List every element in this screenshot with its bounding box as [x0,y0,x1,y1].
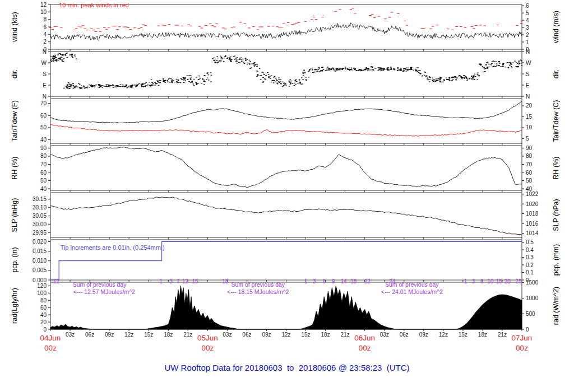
x-major-date: 06Jun [354,334,375,342]
wind-left-axis-label: wind (kts) [11,12,18,42]
rad-cumulative-number: 1 [464,278,467,284]
svg-text:8: 8 [43,16,47,22]
rad-cumulative-number: 1 [160,278,163,284]
x-minor-label: 09z [419,332,428,338]
pcp-left-axis-label: pcp. (in) [11,247,18,272]
svg-text:1000: 1000 [526,295,539,301]
panel-rh: 405060708090405060708090RH (%)RH (%) [11,145,560,192]
svg-text:E: E [43,82,47,88]
svg-text:80: 80 [40,153,47,159]
svg-text:30.00: 30.00 [33,221,47,227]
x-minor-label: 15z [144,332,153,338]
svg-text:1018: 1018 [526,211,539,217]
rad-cumulative-number: 7 [177,278,180,284]
rh-left-axis-label: RH (%) [11,157,18,180]
svg-text:80: 80 [526,153,533,159]
svg-text:0: 0 [43,326,47,333]
svg-text:0.5: 0.5 [526,239,534,245]
x-minor-label: 21z [183,332,192,338]
x-minor-label: 15z [459,332,467,338]
svg-text:30.15: 30.15 [33,196,47,202]
svg-text:N: N [526,49,530,55]
x-minor-label: 15z [301,332,310,338]
rad-cumulative-number: 6 [480,278,484,284]
svg-text:5: 5 [526,136,529,142]
sea-level-pressure [50,197,522,235]
svg-text:60: 60 [40,113,47,119]
x-minor-label: 12z [281,332,290,338]
svg-text:0.020: 0.020 [33,239,47,245]
rh-right-axis-label: RH (%) [552,157,560,180]
rad-cumulative-number: 12 [182,278,189,284]
rad-annotation: <--- 12.57 MJoules/m^2 [73,288,135,295]
figure-title: UW Rooftop Data for 20180603 to 20180606… [0,363,574,372]
svg-text:0.005: 0.005 [33,267,47,273]
slp-left-axis-label: SLP (inHg) [11,198,18,232]
rad-cumulative-number: 10 [487,278,494,284]
svg-text:50: 50 [40,178,47,184]
svg-text:20: 20 [40,319,47,325]
rad-annotation: Sum of previous day [73,281,127,288]
svg-text:30.05: 30.05 [33,213,47,219]
svg-text:60: 60 [40,170,47,176]
svg-text:60: 60 [40,305,47,311]
x-minor-label: 03z [380,332,389,338]
svg-text:70: 70 [40,100,47,106]
wind-right-axis-label: wind (m/s) [552,11,560,44]
x-minor-label: 09z [105,332,114,338]
x-axis-labels: 03z06z09z12z15z18z21z03z06z09z12z15z18z2… [40,332,533,352]
rad-annotation: Sum of previous day [385,281,439,288]
rad-cumulative-number: 6 [322,278,326,284]
svg-text:70: 70 [40,161,47,167]
svg-text:N: N [43,94,47,100]
rad-annotation: Sum of previous day [231,281,285,288]
svg-text:90: 90 [526,145,533,151]
x-major-date: 05Jun [197,334,218,342]
svg-text:1: 1 [526,39,529,45]
rad-cumulative-number: 22 [364,278,371,284]
svg-text:5: 5 [526,10,529,16]
svg-text:1020: 1020 [526,201,539,207]
rad-cumulative-number: 3 [169,278,173,284]
svg-text:120: 120 [37,283,47,289]
panel-wind: 0246810120123456wind (kts)wind (m/s)10 m… [11,2,560,53]
svg-text:10: 10 [526,124,533,130]
rad-right-axis-label: rad (W/m^2) [552,287,560,325]
x-minor-label: 21z [498,332,507,338]
svg-text:40: 40 [40,186,47,192]
svg-text:E: E [526,82,530,88]
x-major-hour: 00z [359,344,371,352]
dir-left-axis-label: dir. [11,69,18,79]
svg-text:40: 40 [40,137,47,143]
svg-text:100: 100 [37,290,47,296]
svg-text:2: 2 [526,32,529,38]
slp-right-axis-label: SLP (hPa) [552,199,560,231]
svg-text:20: 20 [526,102,533,109]
svg-text:3: 3 [526,25,529,31]
panel-temp: 405060705101520Tair/Tdew (F)Tair/Tdew (C… [11,99,560,145]
rad-annotation: <--- 24.01 MJoules/m^2 [381,288,443,295]
x-minor-label: 12z [439,332,448,338]
svg-text:90: 90 [40,145,47,151]
x-minor-label: 06z [400,332,409,338]
svg-text:0.010: 0.010 [33,258,47,264]
tair [50,101,522,123]
rad-cumulative-number: 12 [53,278,60,284]
multipanel-weather-chart: 0246810120123456wind (kts)wind (m/s)10 m… [0,0,574,392]
pcp-right-axis-label: pcp. (mm) [552,244,560,276]
svg-text:1016: 1016 [526,221,539,227]
panel-pcp: 0.0000.0050.0100.0150.02000.10.20.30.40.… [11,239,560,283]
dir-right-axis-label: dir. [552,69,560,79]
rad-left-axis-label: rad(Lgly/hr) [11,288,18,324]
svg-text:0.015: 0.015 [33,248,47,254]
svg-text:50: 50 [526,178,533,184]
svg-text:0.4: 0.4 [526,247,534,253]
rad-cumulative-number: 9 [332,278,335,284]
svg-text:0.2: 0.2 [526,262,534,268]
svg-text:1500: 1500 [526,279,539,286]
rad-cumulative-number: 3 [472,278,475,284]
svg-text:0.000: 0.000 [33,277,47,283]
svg-text:N: N [526,94,530,100]
rad-cumulative-number: 14 [341,278,348,284]
svg-text:4: 4 [43,31,47,38]
